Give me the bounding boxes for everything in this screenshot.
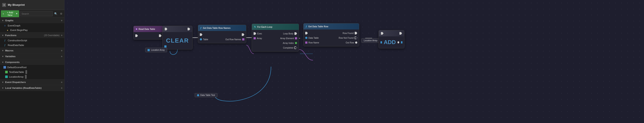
eventgraph-label: EventGraph	[8, 24, 20, 27]
gdtr-outrow-pin	[355, 42, 357, 44]
fe-completed-label: Completed	[283, 47, 294, 49]
fe-array-label: Array	[257, 37, 262, 40]
get-dtr-icon: ƒ	[306, 25, 307, 28]
gdtr-rowfound-label: Row Found	[343, 32, 354, 34]
macros-header[interactable]: ▼ Macros +	[0, 48, 64, 53]
add-out-pin	[401, 41, 402, 44]
functions-add-icon[interactable]: +	[61, 34, 62, 37]
functions-arrow-icon: ▼	[2, 34, 4, 36]
fe-array-pin	[254, 37, 256, 39]
get-dtr-header: ƒ Get Data Table Row	[304, 24, 359, 30]
fe-arrayindex-pin	[295, 42, 297, 44]
event-icon: ♦	[6, 29, 9, 32]
event-dispatchers-add-icon[interactable]: +	[61, 80, 62, 84]
add-new-button[interactable]: + + Add New ▾	[1, 10, 19, 17]
for-each-array-row: Array Array Element	[252, 36, 299, 41]
settings-icon-btn[interactable]: ⚙	[59, 12, 64, 16]
variables-header[interactable]: ▼ Variables +	[0, 54, 64, 59]
fe-arrayindex-out: Array Index	[283, 42, 297, 44]
test-dt-text: Data Table Test	[200, 94, 215, 96]
add-array-in-pin	[380, 41, 382, 44]
get-row-names-node[interactable]: ƒ Get Data Table Row Names Table Out Row…	[198, 25, 246, 43]
sidebar-item-readdatatable[interactable]: ƒ ReadDataTable	[0, 43, 64, 48]
sidebar-item-eventgraph[interactable]: ◊ EventGraph	[0, 23, 64, 28]
location-array-bottom-text: Location Array	[151, 49, 165, 51]
fe-completed-out: Completed	[283, 46, 297, 49]
fe-array-in: Array	[254, 37, 262, 40]
test-data-table-label[interactable]: Data Table Test	[195, 93, 218, 97]
graph-icon: ◊	[4, 24, 6, 27]
for-each-title: For Each Loop	[257, 26, 272, 28]
grn-table-label: Table	[203, 38, 208, 41]
get-dtr-exec-row: Row Found	[304, 31, 359, 36]
graphs-section: ▼ Graphs + ◊ EventGraph ♦ Event BeginPla…	[0, 18, 64, 32]
grn-table-pin-left: Table	[200, 38, 208, 41]
clear-array-pin-row	[164, 45, 166, 48]
search-icon-btn[interactable]: 🔍	[54, 12, 58, 16]
fe-arrayindex-label: Array Index	[283, 42, 294, 44]
for-each-loop-node[interactable]: ↻ For Each Loop Exec Loop Body Array	[252, 24, 299, 52]
read-dt-body	[134, 32, 163, 39]
read-dt-pin-right-exec	[159, 34, 162, 37]
add-icon: +	[2, 12, 4, 15]
locationarray-label: LocationArray	[9, 76, 24, 78]
sidebar-item-constructionscript[interactable]: ƒ ConstructionScript	[0, 38, 64, 43]
macros-add-icon[interactable]: +	[61, 49, 62, 52]
local-variables-add-icon[interactable]: +	[61, 86, 62, 90]
get-dtr-title: Get Data Table Row	[308, 25, 328, 28]
get-data-table-row-node[interactable]: ƒ Get Data Table Row Row Found Data Tabl…	[303, 23, 359, 46]
search-input[interactable]	[20, 11, 53, 16]
variables-add-icon[interactable]: +	[61, 54, 62, 58]
sidebar-item-beginplay[interactable]: ♦ Event BeginPlay	[0, 28, 64, 32]
for-each-header: ↻ For Each Loop	[252, 24, 299, 30]
fe-arrayelement-pin	[295, 37, 297, 39]
fe-exec-in-pin	[254, 32, 256, 35]
event-dispatchers-header[interactable]: ▼ Event Dispatchers +	[0, 79, 64, 85]
comp-icon-teal	[5, 76, 8, 78]
readdatatable-label: ReadDataTable	[8, 44, 24, 46]
gdtr-rowname-pin	[305, 42, 307, 44]
defaultsceneroot-label: DefaultSceneRoot	[7, 66, 26, 68]
variables-section: ▼ Variables +	[0, 54, 64, 59]
gdtr-outrow-label: Out Row	[346, 42, 354, 44]
gdtr-rowname-label: Row Name	[308, 42, 319, 44]
sidebar-item-locationarray[interactable]: LocationArray	[0, 74, 64, 79]
sidebar-title-text: My Blueprint	[8, 3, 25, 6]
location-array-label-bottom[interactable]: Location Array	[145, 48, 167, 52]
components-label: Components	[5, 61, 62, 64]
read-data-table-node[interactable]: ■ Read Data Table	[133, 26, 164, 40]
clear-node[interactable]: CLEAR	[162, 26, 192, 50]
for-each-body: Exec Loop Body Array Array Element	[252, 30, 299, 52]
get-row-names-pin-table: Table Out Row Names	[198, 37, 246, 42]
clear-node-header	[162, 26, 192, 32]
components-header[interactable]: ▼ Components	[0, 59, 64, 65]
read-dt-exec-out-pin	[159, 34, 162, 37]
sidebar-item-testdatatable[interactable]: TestDataTable	[0, 70, 64, 74]
for-each-completed-row: Completed	[252, 45, 299, 50]
local-variables-arrow-icon: ▼	[2, 87, 4, 89]
event-dispatchers-arrow-icon: ▼	[2, 81, 4, 84]
add-exec-in-pin	[381, 32, 384, 34]
blueprint-icon: ■	[2, 3, 6, 7]
add-node[interactable]: ADD	[378, 30, 404, 48]
gdtr-datatable-pin	[305, 37, 307, 39]
blueprint-canvas[interactable]: ■ Read Data Table CLEAR	[64, 0, 644, 123]
fe-arrayelement-out: Array Element	[280, 37, 297, 40]
grn-exec-out-pin	[242, 33, 244, 36]
get-dtr-datatable-row: Data Table Row Not Found	[304, 36, 359, 40]
graphs-add-icon[interactable]: +	[61, 19, 62, 22]
fe-loopbody-out: Loop Body	[283, 32, 297, 35]
functions-header[interactable]: ▼ Functions (20 Overridable) +	[0, 32, 64, 38]
local-variables-header[interactable]: ▼ Local Variables (ReadDataTable) +	[0, 85, 64, 91]
gdtr-rownotfound-out: Row Not Found	[339, 36, 357, 39]
clear-node-body: CLEAR	[162, 32, 192, 49]
macros-section: ▼ Macros +	[0, 48, 64, 54]
read-dt-icon: ■	[136, 28, 137, 30]
gdtr-rowfound-out: Row Found	[343, 32, 357, 34]
sidebar-item-defaultsceneroot[interactable]: DefaultSceneRoot	[0, 65, 64, 70]
graphs-header[interactable]: ▼ Graphs +	[0, 18, 64, 23]
grn-table-in-pin	[200, 38, 202, 40]
add-item-pin	[398, 41, 399, 44]
gdtr-exec-in-pin	[305, 32, 308, 34]
comp-icon-green	[5, 71, 8, 73]
